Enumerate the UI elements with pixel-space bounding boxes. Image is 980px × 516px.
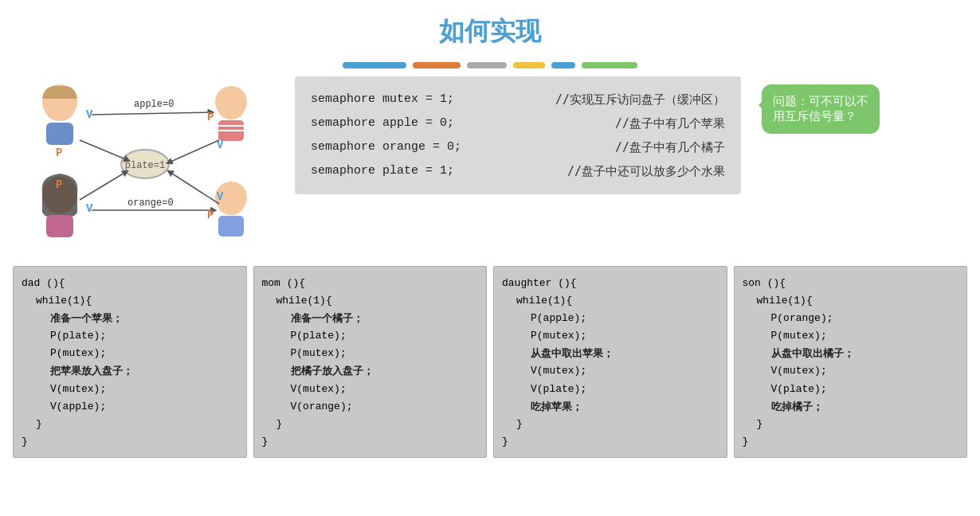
daughter-header: daughter (){ bbox=[502, 275, 719, 292]
apple-arrow bbox=[92, 112, 211, 115]
son-v-label: V bbox=[217, 190, 224, 203]
plate-label: plate=1 bbox=[125, 160, 165, 171]
svg-point-2 bbox=[218, 100, 244, 119]
mom-body bbox=[46, 215, 73, 237]
diagram-svg: plate=1 V apple=0 P P V P V bbox=[16, 76, 271, 252]
color-bar-6 bbox=[582, 62, 637, 68]
mom-plate-arrow bbox=[80, 172, 126, 200]
son-header: son (){ bbox=[743, 275, 959, 292]
color-bar bbox=[0, 62, 980, 68]
daughter-plate-arrow bbox=[169, 140, 219, 162]
daughter-p-label: P bbox=[207, 111, 214, 123]
page-title: 如何实现 bbox=[0, 0, 980, 57]
mom-v-label: V bbox=[86, 202, 93, 215]
dad-body bbox=[46, 123, 73, 145]
mom-panel: mom (){ while(1){ 准备一个橘子； P(plate); P(mu… bbox=[253, 266, 488, 458]
dad-p-label: P bbox=[56, 147, 62, 159]
son-panel: son (){ while(1){ P(orange); P(mutex); 从… bbox=[734, 266, 968, 458]
son-body bbox=[218, 216, 244, 236]
dad-plate-arrow bbox=[80, 140, 127, 160]
color-bar-4 bbox=[513, 62, 545, 68]
diagram-area: plate=1 V apple=0 P P V P V bbox=[16, 76, 287, 252]
color-bar-1 bbox=[343, 62, 406, 68]
code-block-top: semaphore mutex = 1; //实现互斥访问盘子（缓冲区） sem… bbox=[295, 76, 741, 194]
top-section: plate=1 V apple=0 P P V P V bbox=[0, 76, 980, 252]
code-line-2: semaphore apple = 0; //盘子中有几个苹果 bbox=[311, 111, 725, 135]
svg-point-0 bbox=[45, 99, 74, 121]
dad-header: dad (){ bbox=[22, 275, 238, 292]
son-plate-arrow bbox=[170, 172, 219, 204]
mom-p-label: P bbox=[56, 178, 62, 191]
son-p-label: P bbox=[207, 209, 214, 221]
speech-bubble: 问题：可不可以不 用互斥信号量？ bbox=[762, 84, 880, 134]
mom-header: mom (){ bbox=[262, 275, 479, 292]
code-line-4: semaphore plate = 1; //盘子中还可以放多少个水果 bbox=[311, 159, 725, 183]
bottom-section: dad (){ while(1){ 准备一个苹果； P(plate); P(mu… bbox=[0, 258, 980, 458]
dad-hair bbox=[42, 86, 77, 99]
dad-panel: dad (){ while(1){ 准备一个苹果； P(plate); P(mu… bbox=[13, 266, 247, 458]
color-bar-3 bbox=[467, 62, 507, 68]
code-line-1: semaphore mutex = 1; //实现互斥访问盘子（缓冲区） bbox=[311, 88, 725, 111]
color-bar-5 bbox=[551, 62, 575, 68]
code-line-3: semaphore orange = 0; //盘子中有几个橘子 bbox=[311, 135, 725, 159]
color-bar-2 bbox=[413, 62, 461, 68]
orange-label: orange=0 bbox=[127, 197, 174, 209]
apple-label: apple=0 bbox=[134, 99, 174, 110]
daughter-panel: daughter (){ while(1){ P(apple); P(mutex… bbox=[493, 266, 727, 458]
